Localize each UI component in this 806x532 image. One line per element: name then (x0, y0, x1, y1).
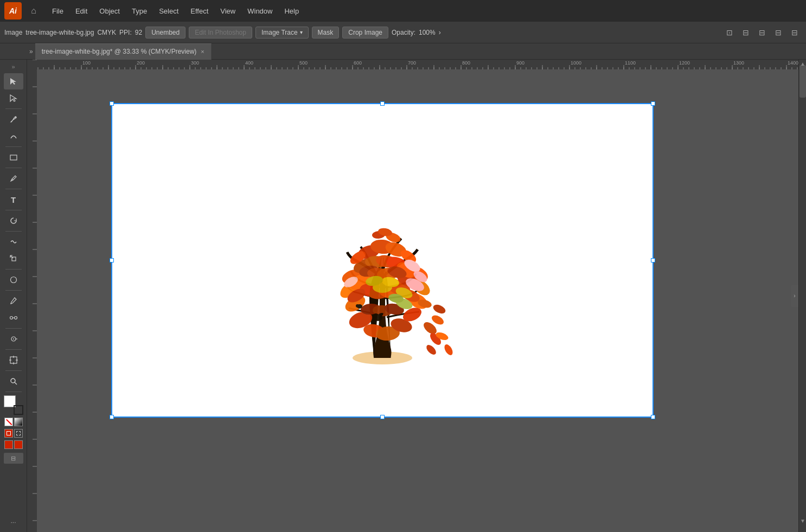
stroke-color-swatch[interactable] (14, 405, 23, 415)
handle-bottom-right[interactable] (651, 415, 655, 419)
warp-tool-button[interactable] (4, 234, 23, 250)
image-trace-button[interactable]: Image Trace ▾ (255, 27, 309, 39)
svg-point-0 (15, 117, 16, 118)
menu-type[interactable]: Type (126, 5, 152, 17)
artboard (111, 103, 654, 418)
opacity-value: 100% (419, 29, 436, 36)
expand-arrow[interactable]: › (439, 29, 441, 36)
draw-mode-behind[interactable] (14, 429, 23, 438)
tab-bar: » tree-image-white-bg.jpg* @ 33.33 % (CM… (0, 43, 806, 60)
view-mode-buttons (4, 440, 23, 449)
svg-point-3 (10, 303, 11, 304)
pen-tool-button[interactable] (4, 111, 23, 127)
symbol-sprayer-tool-button[interactable] (4, 331, 23, 347)
view-controls: ⊡ ⊟ ⊟ ⊟ ⊟ (722, 25, 802, 40)
direct-selection-tool-button[interactable] (4, 90, 23, 106)
blob-brush-tool-button[interactable] (4, 272, 23, 288)
image-trace-dropdown-arrow[interactable]: ▾ (300, 29, 303, 35)
tree-image (290, 157, 475, 363)
separator-6 (5, 231, 22, 232)
unembed-button[interactable]: Unembed (145, 27, 185, 39)
home-icon[interactable]: ⌂ (26, 3, 41, 18)
more-tools-button[interactable]: ··· (4, 515, 23, 530)
toolbar-collapse[interactable]: » (11, 63, 15, 70)
eyedropper-tool-button[interactable] (4, 293, 23, 309)
menu-file[interactable]: File (47, 5, 69, 17)
left-toolbar: » T (0, 60, 27, 532)
canvas-area[interactable]: ▼ ▲ › (27, 60, 806, 532)
scroll-up-arrow[interactable]: ▲ (799, 60, 806, 67)
handle-middle-left[interactable] (110, 258, 114, 262)
rectangle-tool-button[interactable] (4, 149, 23, 165)
menu-edit[interactable]: Edit (70, 5, 93, 17)
panel-icon-label: ⊟ (11, 455, 16, 462)
crop-image-button[interactable]: Crop Image (342, 27, 388, 39)
type-tool-button[interactable]: T (4, 191, 23, 208)
image-trace-label: Image Trace (261, 29, 298, 36)
screen-mode-icon[interactable] (4, 440, 13, 449)
align-left-icon[interactable]: ⊟ (739, 25, 753, 40)
edit-in-photoshop-button[interactable]: Edit In Photoshop (189, 27, 252, 39)
curvature-tool-button[interactable] (4, 128, 23, 144)
svg-point-67 (432, 303, 447, 316)
align-center-icon[interactable]: ⊟ (755, 25, 769, 40)
document-tab[interactable]: tree-image-white-bg.jpg* @ 33.33 % (CMYK… (35, 43, 212, 60)
tab-overflow-arrow[interactable]: » (27, 48, 35, 55)
separator-10 (5, 349, 22, 350)
panel-icon[interactable]: ⊟ (4, 453, 23, 464)
svg-point-5 (14, 317, 17, 319)
separator-5 (5, 210, 22, 210)
view-mode-icon[interactable]: ⊡ (722, 25, 737, 40)
draw-mode-buttons (4, 429, 23, 438)
ppi-label: PPI: (119, 29, 132, 36)
vertical-scrollbar[interactable]: ▼ ▲ (798, 60, 806, 532)
svg-line-15 (15, 382, 17, 384)
menu-help[interactable]: Help (279, 5, 304, 17)
none-color-icon[interactable] (4, 418, 13, 426)
blend-tool-button[interactable] (4, 310, 23, 326)
separator-8 (5, 290, 22, 291)
handle-top-right[interactable] (651, 101, 655, 106)
handle-top-left[interactable] (110, 101, 114, 106)
fill-stroke-colors[interactable] (4, 395, 23, 415)
align-right-icon[interactable]: ⊟ (771, 25, 785, 40)
svg-point-66 (443, 343, 454, 356)
scroll-thumb[interactable] (799, 65, 806, 98)
tab-close-button[interactable]: × (201, 48, 204, 55)
svg-point-4 (10, 317, 12, 319)
svg-point-70 (373, 313, 379, 318)
svg-point-14 (11, 379, 15, 383)
tab-title: tree-image-white-bg.jpg* @ 33.33 % (CMYK… (42, 48, 197, 55)
properties-bar: Image tree-image-white-bg.jpg CMYK PPI: … (0, 22, 806, 43)
separator-11 (5, 370, 22, 371)
distribute-icon[interactable]: ⊟ (788, 25, 802, 40)
color-mode-buttons (4, 418, 23, 426)
selection-tool-button[interactable] (4, 73, 23, 89)
menu-window[interactable]: Window (242, 5, 278, 17)
menu-effect[interactable]: Effect (185, 5, 214, 17)
scale-tool-button[interactable] (4, 251, 23, 267)
pencil-tool-button[interactable] (4, 170, 23, 187)
mask-button[interactable]: Mask (312, 27, 340, 39)
handle-bottom-left[interactable] (110, 415, 114, 419)
right-panel-toggle[interactable]: › (791, 285, 798, 307)
separator-9 (5, 328, 22, 329)
artboard-tool-button[interactable] (4, 352, 23, 368)
menu-bar: Ai ⌂ File Edit Object Type Select Effect… (0, 0, 806, 22)
menu-object[interactable]: Object (94, 5, 125, 17)
menu-view[interactable]: View (215, 5, 241, 17)
handle-middle-right[interactable] (651, 258, 655, 262)
handle-top-center[interactable] (380, 101, 385, 106)
scroll-down-arrow[interactable]: ▼ (799, 517, 806, 524)
gradient-icon[interactable] (14, 418, 23, 426)
zoom-tool-button[interactable] (4, 373, 23, 389)
rotate-tool-button[interactable] (4, 213, 23, 229)
menu-select[interactable]: Select (153, 5, 184, 17)
draw-mode-normal[interactable] (4, 429, 13, 438)
filename-label: tree-image-white-bg.jpg (25, 29, 94, 36)
handle-bottom-center[interactable] (380, 415, 385, 419)
more-tools-ellipsis: ··· (10, 518, 16, 526)
screen-mode-2-icon[interactable] (14, 440, 23, 449)
ruler-horizontal (27, 60, 806, 69)
main-area: » T (0, 60, 806, 532)
